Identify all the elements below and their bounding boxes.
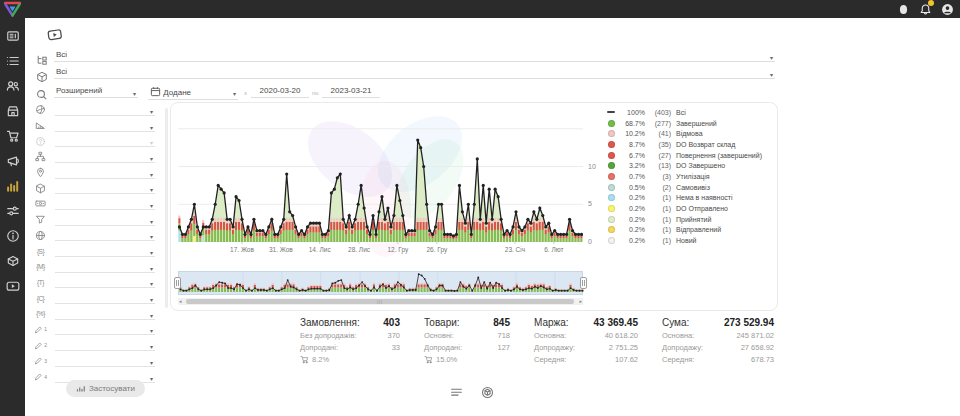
- sidebar-item-dashboard[interactable]: [5, 28, 21, 44]
- stat-sub-label: Основна:: [534, 331, 566, 340]
- left-rail: [0, 0, 25, 416]
- app-logo[interactable]: [3, 1, 22, 21]
- filter-row-funnel[interactable]: ▾: [34, 212, 155, 228]
- sidebar-item-info[interactable]: [5, 228, 21, 244]
- legend-item[interactable]: 6.7%(27)Повернення (завершений): [607, 150, 777, 161]
- legend-item[interactable]: 0.2%(1)Відправлений: [607, 225, 777, 236]
- sidebar-item-academy[interactable]: [5, 278, 21, 294]
- chart-hscrollbar[interactable]: ◂ ||| ▸: [178, 298, 583, 305]
- chevron-down-icon: ▾: [233, 90, 236, 97]
- filter-row-cube[interactable]: ▾: [34, 180, 155, 196]
- legend-count: (1): [645, 216, 671, 223]
- filter-row-pencil2[interactable]: 2▾: [34, 337, 155, 353]
- legend-item[interactable]: 0.2%(1)DO Отправлено: [607, 203, 777, 214]
- legend-item[interactable]: 8.7%(35)DO Возврат склад: [607, 139, 777, 150]
- help-video-icon[interactable]: [43, 26, 67, 48]
- legend-item[interactable]: 0.7%(3)Утилізація: [607, 171, 777, 182]
- legend-item[interactable]: 0.2%(1)Новий: [607, 235, 777, 246]
- filter-input[interactable]: ▾: [55, 167, 155, 179]
- filter-input[interactable]: ▾: [55, 292, 155, 304]
- scroll-left-arrow[interactable]: ◂: [179, 298, 182, 305]
- scroll-right-arrow[interactable]: ▸: [579, 298, 582, 305]
- apply-button[interactable]: Застосувати: [66, 380, 145, 397]
- stat-value: 273 529.94: [724, 317, 774, 328]
- stat-column: Маржа:43 369.45Основна:40 618.20Допродаж…: [534, 317, 638, 364]
- product-select[interactable]: Всі ▾: [54, 67, 775, 79]
- account-icon[interactable]: [940, 2, 954, 16]
- legend-item[interactable]: 68.7%(277)Завершений: [607, 118, 777, 129]
- category-select[interactable]: Всі ▾: [54, 50, 775, 62]
- notifications-icon[interactable]: [918, 2, 932, 16]
- legend-label: DO Возврат склад: [676, 141, 735, 148]
- filter-row-C[interactable]: {C}▾: [34, 290, 155, 306]
- sidebar-item-marketing[interactable]: [5, 153, 21, 169]
- legend-count: (35): [645, 141, 671, 148]
- filter-input[interactable]: ▾: [55, 182, 155, 194]
- sidebar-item-analytics[interactable]: [5, 178, 21, 194]
- filter-input[interactable]: ▾: [55, 245, 155, 257]
- date-from-input[interactable]: 2020-03-20: [251, 86, 309, 98]
- legend-item[interactable]: 3.2%(13)DO Завершено: [607, 160, 777, 171]
- legend-item[interactable]: 100%(403)Всі: [607, 107, 777, 118]
- filter-input[interactable]: ▾: [55, 323, 155, 335]
- legend-dot-swatch: [607, 162, 615, 169]
- filter-input[interactable]: ▾: [55, 339, 155, 351]
- filter-row-ruler[interactable]: ▾: [34, 118, 155, 134]
- search-mode-select[interactable]: Розширений ▾: [54, 86, 138, 98]
- filter-row-person-pin[interactable]: ▾: [34, 165, 155, 181]
- filter-input[interactable]: ▾: [55, 229, 155, 241]
- date-field-select[interactable]: Додане ▾: [148, 86, 238, 100]
- sidebar-item-clients[interactable]: [5, 78, 21, 94]
- sidebar-item-cart[interactable]: [5, 128, 21, 144]
- sidebar-item-integrations[interactable]: [5, 203, 21, 219]
- chart-navigator[interactable]: [178, 271, 583, 295]
- chevron-down-icon: ▾: [150, 280, 153, 287]
- filter-row-M[interactable]: {M}▾: [34, 259, 155, 275]
- sidebar-item-returns[interactable]: [5, 253, 21, 269]
- filter-input[interactable]: ▾: [55, 214, 155, 226]
- sidebar-item-orders[interactable]: [5, 53, 21, 69]
- filter-row-pencil1[interactable]: 1▾: [34, 322, 155, 338]
- stat-column: Товари:845Основні:718Допродані:12715.0%: [424, 317, 510, 364]
- legend-label: Самовивіз: [676, 184, 710, 191]
- filter-input[interactable]: ▾: [55, 276, 155, 288]
- navigator-right-handle[interactable]: [580, 277, 587, 289]
- filter-panel-scrollbar[interactable]: [165, 108, 168, 308]
- notification-badge: [928, 0, 934, 6]
- filter-row-pct[interactable]: {%}▾: [34, 306, 155, 322]
- filter-row-globe[interactable]: ▾: [34, 228, 155, 244]
- date-to-input[interactable]: 2023-03-21: [322, 86, 380, 98]
- filter-input[interactable]: ▾: [55, 120, 155, 132]
- legend-count: (27): [645, 152, 671, 159]
- filter-row-S[interactable]: {S}▾: [34, 243, 155, 259]
- stat-sub-label: Допродані:: [424, 343, 462, 352]
- filter-row-question[interactable]: ▾: [34, 133, 155, 149]
- filter-row-pencil3[interactable]: 3▾: [34, 353, 155, 369]
- legend-item[interactable]: 10.2%(41)Відмова: [607, 128, 777, 139]
- legend-item[interactable]: 0.5%(2)Самовивіз: [607, 182, 777, 193]
- filter-row-T[interactable]: {T}▾: [34, 275, 155, 291]
- navigator-left-handle[interactable]: [174, 277, 181, 289]
- package-toggle-icon[interactable]: [481, 385, 494, 398]
- list-toggle-icon[interactable]: [450, 385, 463, 398]
- filter-input[interactable]: ▾: [55, 261, 155, 273]
- legend-label: Повернення (завершений): [676, 152, 762, 159]
- filter-row-globe-solid[interactable]: ▾: [34, 102, 155, 118]
- filter-input[interactable]: ▾: [55, 104, 155, 116]
- filter-input[interactable]: ▾: [55, 151, 155, 163]
- legend-item[interactable]: 0.2%(1)Нема в наявності: [607, 193, 777, 204]
- filter-input[interactable]: ▾: [55, 135, 155, 147]
- filter-row-banknote[interactable]: ▾: [34, 196, 155, 212]
- filter-input[interactable]: ▾: [55, 198, 155, 210]
- legend-label: Всі: [676, 109, 686, 116]
- filter-input[interactable]: ▾: [55, 355, 155, 367]
- search-icon[interactable]: [36, 87, 48, 99]
- support-icon[interactable]: [896, 2, 910, 16]
- filter-row-sitemap[interactable]: ▾: [34, 149, 155, 165]
- filter-input[interactable]: ▾: [55, 308, 155, 320]
- legend-item[interactable]: 0.2%(1)Прийнятий: [607, 214, 777, 225]
- x-axis-label: 31. Жов: [269, 246, 293, 253]
- summary-stats: Замовлення:403Без допродажів:370Допродан…: [300, 317, 774, 364]
- sidebar-item-store[interactable]: [5, 103, 21, 119]
- hscroll-thumb[interactable]: |||: [186, 299, 574, 304]
